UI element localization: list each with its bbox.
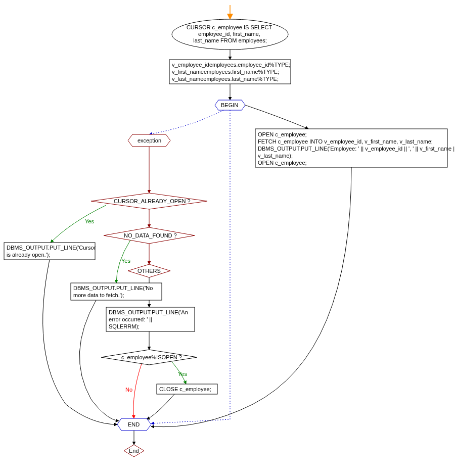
text-end: END [128, 421, 140, 427]
node-others: OTHERS [128, 264, 170, 277]
label-cursoropen-yes: Yes [85, 218, 94, 224]
edge-close-to-end [147, 394, 174, 419]
text-cursor-decl-l1: CURSOR c_employee IS SELECT [187, 24, 272, 30]
text-end2: End [129, 448, 139, 454]
text-var-decl-l2: v_first_nameemployees.first_name%TYPE; [172, 69, 279, 75]
text-putnomore-l2: more data to fetch.'); [73, 292, 124, 298]
node-end2: End [124, 445, 144, 457]
svg-text:CURSOR c_employee IS SELECT
  : CURSOR c_employee IS SELECT employee_id,… [187, 24, 274, 43]
node-isopen: c_employee%ISOPEN ? [101, 350, 197, 365]
node-begin: BEGIN [215, 100, 245, 110]
node-open-block: OPEN c_employee; FETCH c_employee INTO v… [255, 129, 455, 167]
node-no-data-found: NO_DATA_FOUND ? [104, 227, 195, 244]
text-open-l5: OPEN c_employee; [258, 160, 307, 166]
text-open-l4: v_last_name); [258, 153, 293, 159]
edge-begin-to-open [245, 105, 308, 129]
node-put-error: DBMS_OUTPUT.PUT_LINE('An error occurred:… [106, 307, 195, 331]
node-end: END [117, 418, 151, 431]
node-cursor-decl: CURSOR c_employee IS SELECT employee_id,… [172, 19, 288, 50]
node-put-no-more: DBMS_OUTPUT.PUT_LINE('No more data to fe… [71, 283, 162, 300]
text-close-emp: CLOSE c_employee; [159, 386, 211, 392]
text-putcursor-l2: is already open.'); [7, 252, 50, 258]
text-no-data-q: NO_DATA_FOUND ? [124, 232, 177, 239]
node-close-employee: CLOSE c_employee; [157, 384, 217, 394]
node-cursor-already-open: CURSOR_ALREADY_OPEN ? [91, 193, 207, 209]
edge-isopen-no [133, 364, 142, 418]
text-puterror-l3: SQLERRM); [109, 323, 140, 329]
text-open-l1: OPEN c_employee; [258, 131, 307, 137]
edge-begin-to-end-dotted [151, 110, 230, 423]
text-isopen-q: c_employee%ISOPEN ? [121, 354, 182, 360]
text-others: OTHERS [138, 268, 161, 274]
text-puterror-l1: DBMS_OUTPUT.PUT_LINE('An [109, 309, 188, 315]
node-var-decl: v_employee_idemployees.employee_id%TYPE;… [169, 60, 292, 84]
text-exception: exception [138, 137, 161, 144]
flowchart-canvas: CURSOR c_employee IS SELECT employee_id,… [0, 0, 455, 476]
node-put-cursor-open: DBMS_OUTPUT.PUT_LINE('Cursor is already … [4, 243, 97, 260]
text-puterror-l2: error occurred: ' || [109, 316, 152, 322]
text-putcursor-l1: DBMS_OUTPUT.PUT_LINE('Cursor [7, 245, 96, 251]
node-exception: exception [128, 134, 170, 147]
label-isopen-no: No [125, 387, 132, 393]
label-isopen-yes: Yes [178, 371, 187, 377]
text-var-decl-l1: v_employee_idemployees.employee_id%TYPE; [172, 62, 290, 68]
edge-begin-to-exception [149, 110, 223, 134]
text-cursor-decl-l3: last_name FROM employees; [193, 37, 267, 43]
text-cursor-open-q: CURSOR_ALREADY_OPEN ? [114, 198, 191, 204]
text-open-l2: FETCH c_employee INTO v_employee_id, v_f… [258, 138, 433, 145]
text-putnomore-l1: DBMS_OUTPUT.PUT_LINE('No [73, 285, 153, 291]
text-open-l3: DBMS_OUTPUT.PUT_LINE('Employee: ' || v_e… [258, 146, 455, 152]
text-cursor-decl-l2: employee_id, first_name, [198, 31, 260, 37]
edge-cursoropen-yes [51, 205, 106, 243]
label-nodata-yes: Yes [121, 258, 130, 264]
text-var-decl-l3: v_last_nameemployees.last_name%TYPE; [172, 76, 279, 82]
svg-text:v_employee_idemployees.employe: v_employee_idemployees.employee_id%TYPE;… [172, 62, 292, 82]
text-begin: BEGIN [221, 102, 238, 108]
